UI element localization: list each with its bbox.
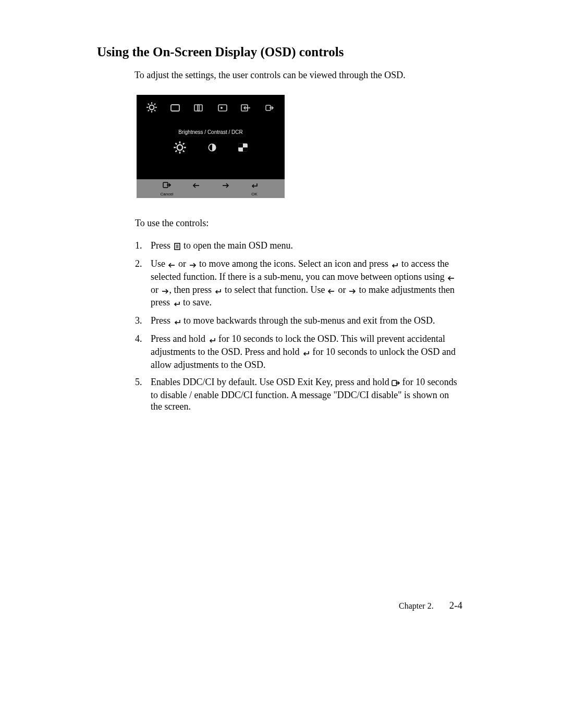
right-arrow-icon xyxy=(189,259,197,271)
osd-footer: Cancel OK xyxy=(137,179,285,198)
list-item: 2. Use or to move among the icons. Selec… xyxy=(135,258,459,310)
footer-label-cancel: Cancel xyxy=(152,192,181,196)
right-arrow-icon xyxy=(348,285,357,297)
contrast-icon xyxy=(207,143,217,154)
left-arrow-icon xyxy=(168,259,176,271)
osd-section-title: Brightness / Contrast / DCR xyxy=(137,129,285,135)
page-footer: Chapter 2. 2-4 xyxy=(399,600,462,611)
enter-icon xyxy=(173,316,181,328)
list-item: 1. Press to open the main OSD menu. xyxy=(135,240,459,253)
osd-panel-illustration: Brightness / Contrast / DCR Cancel OK xyxy=(137,95,285,198)
exit-icon xyxy=(258,102,282,113)
menu-icon xyxy=(173,241,181,253)
footer-page-number: 2-4 xyxy=(449,600,462,611)
exit-icon xyxy=(391,377,400,389)
enter-icon xyxy=(173,298,181,310)
page-heading: Using the On-Screen Display (OSD) contro… xyxy=(97,45,344,59)
right-arrow-icon xyxy=(161,285,169,297)
dcr-icon xyxy=(238,143,248,154)
brightness-icon xyxy=(140,102,163,113)
intro-text: To adjust the settings, the user control… xyxy=(134,70,406,81)
footer-label-ok: OK xyxy=(240,192,269,196)
footer-chapter: Chapter 2. xyxy=(399,601,434,610)
list-item: 4. Press and hold for 10 seconds to lock… xyxy=(135,333,459,371)
image-icon xyxy=(211,102,234,113)
enter-icon xyxy=(390,259,399,271)
list-item: 3. Press to move backwards through the s… xyxy=(135,315,459,328)
exit-icon xyxy=(152,181,181,191)
list-item: 5. Enables DDC/CI by default. Use OSD Ex… xyxy=(135,376,459,413)
position-icon xyxy=(187,102,211,113)
enter-icon xyxy=(240,181,269,191)
brightness-icon xyxy=(173,141,187,156)
enter-icon xyxy=(302,347,310,359)
input-icon xyxy=(234,102,258,113)
enter-icon xyxy=(208,334,216,346)
left-arrow-icon xyxy=(447,272,455,284)
instructions-list: 1. Press to open the main OSD menu. 2. U… xyxy=(135,235,459,413)
enter-icon xyxy=(214,285,222,297)
right-arrow-icon xyxy=(211,181,240,191)
left-arrow-icon xyxy=(181,181,211,191)
left-arrow-icon xyxy=(327,285,336,297)
sub-heading: To use the controls: xyxy=(135,218,209,229)
screen-icon xyxy=(163,102,187,113)
